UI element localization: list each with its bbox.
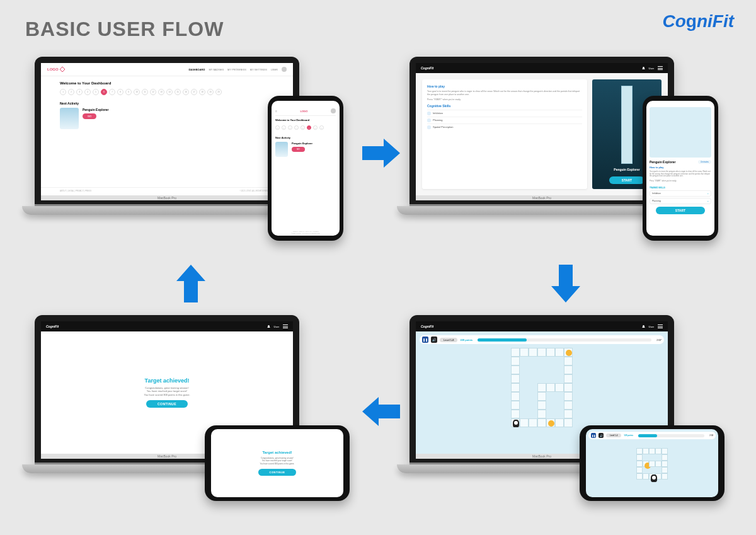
trained-inhibition[interactable]: Inhibition⌄ <box>650 190 711 197</box>
nav-badges[interactable]: MY BADGES <box>209 68 224 71</box>
svg-marker-2 <box>362 397 400 426</box>
step-18[interactable]: 18 <box>199 89 205 95</box>
next-activity-heading: Next Activity <box>60 101 274 105</box>
step-8[interactable]: 8 <box>319 125 324 130</box>
trained-planning[interactable]: Planning⌄ <box>650 198 711 204</box>
sound-button[interactable]: 🔊 <box>431 337 437 343</box>
step-12[interactable]: 12 <box>150 89 156 95</box>
welcome-heading: Welcome to Your Dashboard <box>60 81 274 85</box>
user-label[interactable]: User <box>274 325 279 328</box>
menu-icon[interactable] <box>658 325 663 328</box>
step-8[interactable]: 8 <box>117 89 123 95</box>
stage-results: CogniFit User Target achieved! Congratul… <box>35 315 343 510</box>
bell-icon[interactable] <box>267 325 270 328</box>
menu-icon[interactable] <box>658 66 663 70</box>
step-1[interactable]: 1 <box>275 125 280 130</box>
step-17[interactable]: 17 <box>191 89 197 95</box>
burger-icon[interactable]: ≡ <box>275 109 277 113</box>
step-16[interactable]: 16 <box>183 89 189 95</box>
go-button-mobile[interactable]: GO <box>292 147 305 152</box>
svg-marker-3 <box>176 265 205 302</box>
step-11[interactable]: 11 <box>142 89 148 95</box>
pause-button-mobile[interactable]: ❚❚ <box>591 433 596 438</box>
step-4[interactable]: 4 <box>294 125 299 130</box>
continue-button-mobile[interactable]: CONTINUE <box>258 469 297 476</box>
step-15[interactable]: 15 <box>175 89 181 95</box>
macbook-label: MacBook Pro <box>416 195 668 200</box>
points-label: 220 points <box>460 338 472 342</box>
next-activity-heading-mobile: Next Activity <box>275 136 336 139</box>
app-brand: CogniFit <box>421 325 433 328</box>
step-20[interactable]: 20 <box>215 89 222 95</box>
flow-arrow-2 <box>551 265 580 302</box>
nav-settings[interactable]: MY SETTINGS <box>250 68 267 71</box>
sound-button-mobile[interactable]: 🔊 <box>598 433 604 438</box>
menu-icon[interactable] <box>283 325 288 328</box>
avatar[interactable] <box>282 67 287 72</box>
flow-arrow-3 <box>362 397 400 426</box>
step-7[interactable]: 7 <box>109 89 115 95</box>
step-13[interactable]: 13 <box>158 89 164 95</box>
start-button-mobile[interactable]: START <box>656 207 705 214</box>
dashboard-phone-screen: ≡ LOGO Welcome to Your Dashboard 1234567… <box>272 101 340 236</box>
step-14[interactable]: 14 <box>166 89 173 95</box>
nav-user[interactable]: USER <box>271 68 278 71</box>
bell-icon[interactable] <box>642 325 645 328</box>
nav-dashboard[interactable]: DASHBOARD <box>188 68 205 71</box>
user-label[interactable]: User <box>649 67 654 70</box>
user-label[interactable]: User <box>649 325 654 328</box>
step-3[interactable]: 3 <box>76 89 83 95</box>
progress-steps: 1234567891011121314151617181920 <box>60 89 274 95</box>
svg-marker-1 <box>551 265 580 302</box>
continue-button[interactable]: CONTINUE <box>146 400 188 408</box>
flow-arrow-4 <box>176 265 205 302</box>
footer-links[interactable]: ABOUT | LEGAL | PRIVACY | PRESS <box>60 190 91 192</box>
how-to-play-text: Your goal is to move the penguin who is … <box>427 90 582 96</box>
footer-copy-mobile: ©2021 LOGO. ALL RIGHTS RESERVED <box>272 233 340 234</box>
step-10[interactable]: 10 <box>134 89 140 95</box>
timer-label: 2:07 <box>656 338 662 342</box>
step-9[interactable]: 9 <box>125 89 132 95</box>
game-grid-mobile[interactable] <box>630 442 674 486</box>
phone-mock: ≡ LOGO Welcome to Your Dashboard 1234567… <box>268 96 343 241</box>
app-brand: CogniFit <box>46 325 59 328</box>
step-6[interactable]: 6 <box>101 89 107 95</box>
result-text-mobile: Congratulations, great training session!… <box>260 457 295 465</box>
welcome-heading-mobile: Welcome to Your Dashboard <box>275 118 336 122</box>
nav-progress[interactable]: MY PROGRESS <box>227 68 246 71</box>
avatar-mobile[interactable] <box>331 108 336 113</box>
press-start-mobile: Press "START" when you're ready. <box>650 180 711 183</box>
step-19[interactable]: 19 <box>207 89 214 95</box>
result-text: Congratulations, great training session!… <box>144 386 190 397</box>
progress-bar-mobile <box>638 434 704 437</box>
stage-dashboard: LOGO DASHBOARD MY BADGES MY PROGRESS MY … <box>35 57 343 252</box>
step-7[interactable]: 7 <box>313 125 318 130</box>
bell-icon[interactable] <box>642 67 645 70</box>
step-5[interactable]: 5 <box>93 89 99 95</box>
press-start-text: Press "START" when you're ready. <box>427 98 582 101</box>
step-1[interactable]: 1 <box>60 89 66 95</box>
game-title-mobile: Penguin Explorer <box>650 160 675 164</box>
pause-button[interactable]: ❚❚ <box>422 337 428 343</box>
svg-marker-4 <box>60 67 65 72</box>
go-button[interactable]: GO <box>83 113 96 119</box>
macbook-label: MacBook Pro <box>41 195 293 200</box>
activity-thumb-mobile <box>275 142 288 157</box>
svg-marker-0 <box>362 139 400 168</box>
game-grid[interactable] <box>502 348 581 436</box>
step-6[interactable]: 6 <box>307 125 311 130</box>
step-2[interactable]: 2 <box>282 125 286 130</box>
step-4[interactable]: 4 <box>84 89 91 95</box>
step-5[interactable]: 5 <box>301 125 305 130</box>
dashboard-screen: LOGO DASHBOARD MY BADGES MY PROGRESS MY … <box>41 63 293 195</box>
laptop-mock: LOGO DASHBOARD MY BADGES MY PROGRESS MY … <box>35 57 299 215</box>
result-title-mobile: Target achieved! <box>262 451 292 454</box>
how-to-play-heading: How to play <box>427 84 582 88</box>
activity-card[interactable]: Penguin Explorer GO <box>60 108 274 129</box>
page-title: BASIC USER FLOW <box>25 18 224 41</box>
step-3[interactable]: 3 <box>288 125 292 130</box>
app-logo: LOGO <box>47 67 65 72</box>
timer-label-mobile: 2:53 <box>709 434 713 437</box>
start-button[interactable]: START <box>609 176 644 184</box>
step-2[interactable]: 2 <box>68 89 74 95</box>
